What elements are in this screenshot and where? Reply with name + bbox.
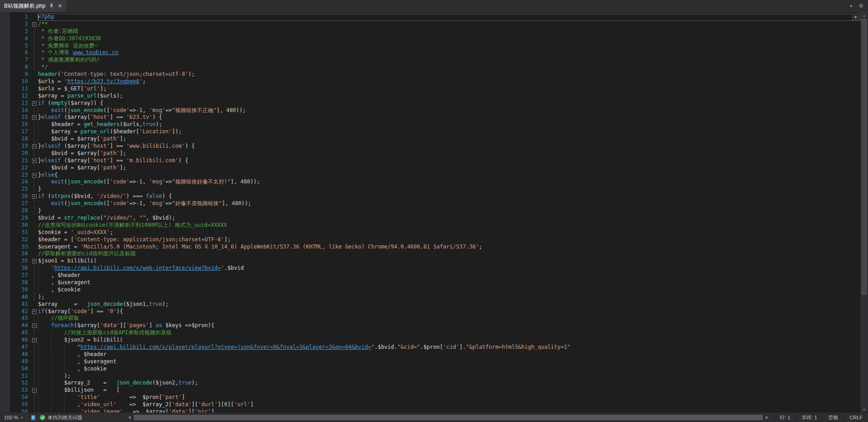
code-line: 14 exit(json_encode(['code'=>-1, 'msg'=>… bbox=[0, 107, 860, 114]
line-number: 37 bbox=[0, 272, 31, 279]
code-text: $array = json_decode($json1,true); bbox=[38, 301, 860, 308]
indent-guide bbox=[38, 401, 38, 408]
fold-collapse-icon[interactable] bbox=[31, 114, 38, 121]
token-pl: ) { bbox=[179, 157, 189, 164]
scroll-up-arrow-icon[interactable]: ▲ bbox=[860, 12, 868, 19]
code-text: ); bbox=[38, 373, 860, 380]
text-cursor bbox=[38, 14, 38, 20]
vertical-scrollbar[interactable]: ▲ ▼ bbox=[860, 12, 868, 413]
token-pl: ( bbox=[64, 107, 67, 113]
code-editor[interactable]: 1<?php2/**3 * 作者:苏晓晴4 * 作者QQ:30741938365… bbox=[0, 12, 860, 413]
status-indent-mode[interactable]: 空格 bbox=[822, 413, 844, 422]
token-pl: = bbox=[54, 78, 64, 84]
token-str: 'Location' bbox=[139, 128, 172, 135]
status-line-number[interactable]: 行: 1 bbox=[774, 413, 796, 422]
code-line: 3 * 作者:苏晓晴 bbox=[0, 28, 860, 35]
token-fn: strpos bbox=[51, 193, 71, 199]
fold-collapse-icon[interactable] bbox=[31, 172, 38, 179]
token-pl: [ bbox=[87, 157, 90, 164]
vertical-scrollbar-thumb[interactable] bbox=[861, 19, 867, 295]
fold-collapse-icon[interactable] bbox=[31, 322, 38, 329]
hscroll-left-arrow[interactable] bbox=[125, 413, 132, 422]
fold-collapse-icon[interactable] bbox=[31, 100, 38, 107]
chevron-down-icon[interactable]: ▾ bbox=[850, 4, 852, 9]
code-line: 54 'title' => $pron['part'] bbox=[0, 394, 860, 401]
code-text: ,'video_image' => $array['data']['pic'] bbox=[38, 408, 860, 413]
fold-collapse-icon[interactable] bbox=[31, 157, 38, 164]
token-pl: ( bbox=[61, 143, 67, 149]
zoom-control[interactable]: 100 % ▾ bbox=[0, 413, 27, 422]
fold-collapse-icon[interactable] bbox=[31, 193, 38, 200]
code-line: 17 $array = parse_url($header['Location'… bbox=[0, 128, 860, 136]
token-var: $header bbox=[113, 128, 136, 135]
tab-active-file[interactable]: B站视频解析.php ✕ bbox=[0, 0, 66, 12]
token-kw: if bbox=[38, 100, 44, 106]
code-text: /** bbox=[38, 21, 860, 28]
code-line: 48 , $header bbox=[0, 351, 860, 358]
fold-collapse-icon[interactable] bbox=[31, 258, 38, 265]
code-line: 56 ,'video_image' => $array['data']['pic… bbox=[0, 408, 860, 413]
fold-margin bbox=[31, 35, 38, 42]
code-text: , $header bbox=[38, 351, 860, 358]
status-column-number[interactable]: 字符: 1 bbox=[796, 413, 822, 422]
horizontal-scrollbar-thumb[interactable] bbox=[134, 415, 763, 420]
token-pl: = bbox=[74, 121, 84, 127]
code-text: $json1 = bilibili( bbox=[38, 258, 860, 265]
token-fn: str_replace bbox=[64, 215, 100, 221]
token-pl bbox=[162, 322, 165, 328]
token-pl: } bbox=[38, 207, 41, 214]
gear-icon[interactable]: ⚙ bbox=[859, 3, 863, 9]
document-icon[interactable] bbox=[30, 415, 36, 421]
fold-collapse-icon[interactable] bbox=[31, 387, 38, 394]
fold-margin bbox=[31, 236, 38, 244]
fold-collapse-icon[interactable] bbox=[31, 143, 38, 150]
line-number: 34 bbox=[0, 250, 31, 258]
code-line: 39 , $cookie bbox=[0, 286, 860, 294]
line-number: 5 bbox=[0, 42, 31, 50]
indent-guide bbox=[51, 358, 52, 366]
token-pl: . bbox=[224, 265, 227, 271]
health-indicator[interactable]: 未找到相关问题 bbox=[40, 414, 82, 421]
code-text: if (empty($array)) { bbox=[38, 100, 860, 107]
token-str: 'url' bbox=[84, 85, 100, 92]
fold-collapse-icon[interactable] bbox=[31, 21, 38, 28]
status-line-ending[interactable]: CRLF bbox=[844, 413, 868, 422]
token-var: $useragent bbox=[84, 358, 116, 365]
code-line: 53 $bilijson = [ bbox=[0, 387, 860, 394]
hscroll-right-arrow[interactable] bbox=[764, 413, 771, 422]
token-pl: ], bbox=[217, 107, 226, 113]
fold-margin bbox=[31, 286, 38, 294]
horizontal-scrollbar[interactable] bbox=[134, 415, 763, 420]
fold-margin bbox=[31, 178, 38, 186]
token-str: 'pic' bbox=[195, 408, 211, 413]
token-kw: true bbox=[179, 380, 192, 386]
token-pl: ){ bbox=[116, 308, 123, 314]
token-str: 'video_image' bbox=[80, 408, 123, 413]
token-pl: ]; bbox=[120, 164, 126, 171]
indent-guide bbox=[38, 121, 38, 128]
token-str: 'host' bbox=[90, 157, 110, 164]
token-str: 'Content-type: text/json;charset=utf-8' bbox=[61, 71, 189, 77]
close-icon[interactable]: ✕ bbox=[58, 4, 62, 9]
plus-icon[interactable]: + bbox=[852, 14, 859, 20]
code-line: 35$json1 = bilibili( bbox=[0, 258, 860, 265]
token-pl: ][ bbox=[192, 401, 198, 408]
code-text: , $cookie bbox=[38, 286, 860, 294]
token-pl: ( bbox=[44, 100, 51, 106]
fold-margin bbox=[31, 64, 38, 71]
code-line: 7 * 感谢墨渊重构的代码! bbox=[0, 56, 860, 64]
scroll-down-arrow-icon[interactable]: ▼ bbox=[860, 406, 868, 413]
line-number: 49 bbox=[0, 358, 31, 366]
fold-margin bbox=[31, 244, 38, 251]
token-pl: ); bbox=[188, 71, 194, 77]
code-line: 1<?php bbox=[0, 14, 860, 21]
token-pl: ); bbox=[162, 301, 169, 307]
pin-icon[interactable] bbox=[49, 3, 54, 9]
line-number: 28 bbox=[0, 207, 31, 215]
token-pl: ], bbox=[231, 178, 241, 185]
code-line: 43 //循环获取 bbox=[0, 315, 860, 322]
fold-collapse-icon[interactable] bbox=[31, 308, 38, 315]
token-com: //获取解析需要的cid值和图片以及标题 bbox=[38, 250, 136, 257]
fold-collapse-icon[interactable] bbox=[31, 337, 38, 344]
indent-guide bbox=[64, 351, 65, 358]
